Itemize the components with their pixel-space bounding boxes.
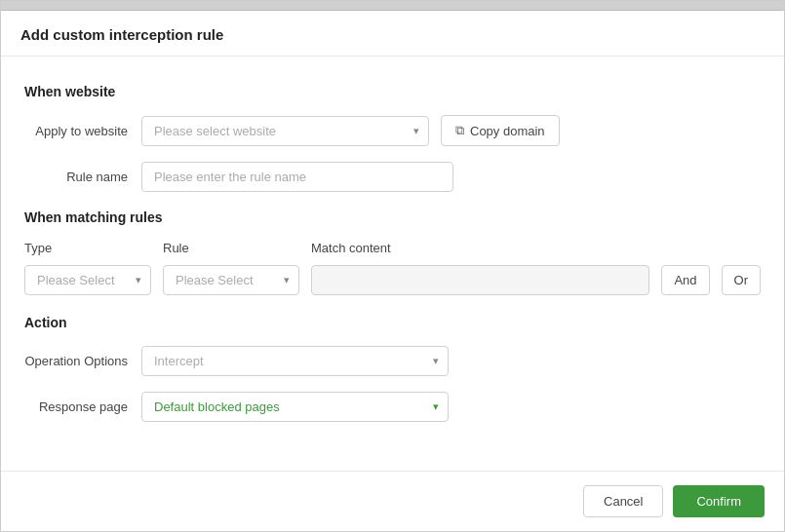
when-matching-rules-title: When matching rules <box>24 209 761 225</box>
and-button[interactable]: And <box>661 265 709 295</box>
rule-select-wrapper: Please Select ▾ <box>163 265 299 295</box>
copy-domain-button[interactable]: ⧉ Copy domain <box>441 115 560 146</box>
rule-col-header: Rule <box>163 241 299 255</box>
response-page-select-wrapper: Default blocked pages Custom page ▾ <box>141 392 449 422</box>
type-col-header-wrapper: Type <box>24 241 151 261</box>
dialog-footer: Cancel Confirm <box>1 471 784 531</box>
response-page-row: Response page Default blocked pages Cust… <box>24 392 761 422</box>
or-button[interactable]: Or <box>722 265 761 295</box>
when-matching-rules-section: When matching rules Type Rule Match cont… <box>24 209 761 295</box>
match-content-input[interactable] <box>311 265 649 295</box>
match-col-header-wrapper: Match content <box>311 241 761 261</box>
type-select-wrapper: Please Select ▾ <box>24 265 151 295</box>
when-website-title: When website <box>24 84 761 99</box>
type-select[interactable]: Please Select <box>24 265 151 295</box>
copy-icon: ⧉ <box>455 123 464 138</box>
response-page-label: Response page <box>24 399 141 414</box>
dialog-title: Add custom interception rule <box>20 26 223 43</box>
apply-to-website-row: Apply to website Please select website ▾… <box>24 115 761 146</box>
apply-to-website-select-wrapper: Please select website ▾ <box>141 116 429 146</box>
matching-rule-row: Please Select ▾ Please Select ▾ And Or <box>24 265 761 295</box>
rule-select[interactable]: Please Select <box>163 265 299 295</box>
action-title: Action <box>24 315 761 330</box>
operation-options-select-wrapper: Intercept Allow Block ▾ <box>141 346 449 376</box>
dialog-header: Add custom interception rule <box>1 11 784 57</box>
dialog: Add custom interception rule When websit… <box>0 0 785 532</box>
match-col-header: Match content <box>311 241 761 255</box>
cancel-button[interactable]: Cancel <box>583 485 663 517</box>
apply-to-website-select[interactable]: Please select website <box>141 116 429 146</box>
response-page-select[interactable]: Default blocked pages Custom page <box>141 392 449 422</box>
operation-options-select[interactable]: Intercept Allow Block <box>141 346 449 376</box>
when-website-section: When website Apply to website Please sel… <box>24 84 761 192</box>
rule-name-input[interactable] <box>141 162 453 192</box>
confirm-button[interactable]: Confirm <box>673 485 765 517</box>
tab-bar <box>1 1 784 11</box>
rule-name-label: Rule name <box>24 170 141 184</box>
dialog-body: When website Apply to website Please sel… <box>1 57 784 471</box>
action-section: Action Operation Options Intercept Allow… <box>24 315 761 422</box>
operation-options-label: Operation Options <box>24 354 141 368</box>
operation-options-row: Operation Options Intercept Allow Block … <box>24 346 761 376</box>
rule-col-header-wrapper: Rule <box>163 241 299 261</box>
copy-domain-label: Copy domain <box>470 124 545 138</box>
type-col-header: Type <box>24 241 151 255</box>
rule-name-row: Rule name <box>24 162 761 192</box>
apply-to-website-label: Apply to website <box>24 124 141 138</box>
